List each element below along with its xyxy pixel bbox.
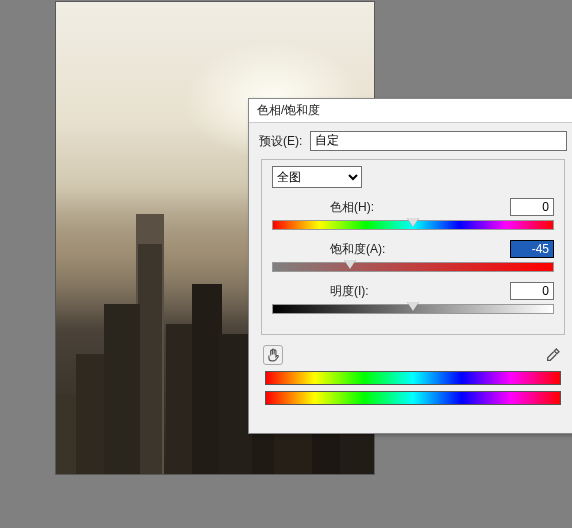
- hand-tool-icon[interactable]: [263, 345, 283, 365]
- dialog-body: 预设(E): 自定 全图 色相(H): 饱和度(A):: [249, 123, 572, 433]
- hue-slider[interactable]: [272, 220, 554, 230]
- tool-row: [257, 345, 569, 371]
- lightness-thumb[interactable]: [407, 302, 419, 311]
- lightness-label: 明度(I):: [330, 283, 510, 300]
- saturation-input[interactable]: [510, 240, 554, 258]
- saturation-label: 饱和度(A):: [330, 241, 510, 258]
- lightness-slider[interactable]: [272, 304, 554, 314]
- hue-saturation-dialog: 色相/饱和度 预设(E): 自定 全图 色相(H): 饱和度(A):: [248, 98, 572, 434]
- params-group: 全图 色相(H): 饱和度(A): 明度(I):: [261, 159, 565, 335]
- eyedropper-icon[interactable]: [543, 345, 563, 365]
- spectrum-bars: [257, 371, 569, 405]
- spectrum-bottom: [265, 391, 561, 405]
- lightness-input[interactable]: [510, 282, 554, 300]
- saturation-thumb[interactable]: [344, 260, 356, 269]
- saturation-slider[interactable]: [272, 262, 554, 272]
- channel-select[interactable]: 全图: [272, 166, 362, 188]
- preset-label: 预设(E):: [259, 133, 302, 150]
- hue-thumb[interactable]: [407, 218, 419, 227]
- spectrum-top: [265, 371, 561, 385]
- hue-input[interactable]: [510, 198, 554, 216]
- dialog-titlebar[interactable]: 色相/饱和度: [249, 99, 572, 123]
- dialog-title: 色相/饱和度: [257, 102, 320, 119]
- preset-select[interactable]: 自定: [310, 131, 567, 151]
- hue-label: 色相(H):: [330, 199, 510, 216]
